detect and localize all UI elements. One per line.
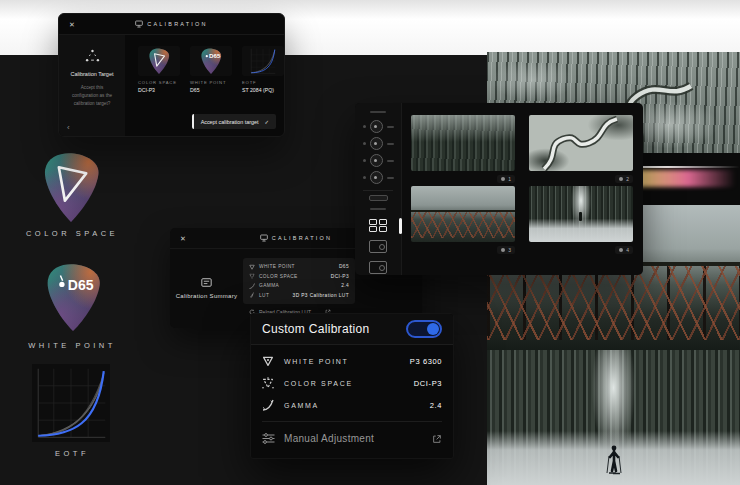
video-thumb-bridge[interactable] (411, 186, 515, 242)
selected-view-indicator (399, 218, 402, 234)
eotf-label: EOTF (8, 449, 136, 458)
summary-section: Calibration Summary (170, 249, 243, 328)
adjustment-knob-row[interactable] (355, 152, 401, 169)
custom-calibration-header: Custom Calibration (251, 314, 453, 345)
road-curve-graphic (529, 115, 633, 171)
grid-view-icon[interactable] (369, 219, 387, 232)
panel-title: CALIBRATION (272, 235, 332, 241)
custom-calibration-card: Custom Calibration WHITE POINT P3 6300 (250, 313, 454, 459)
single-view-icon[interactable] (369, 261, 387, 274)
summary-row-white-point: WHITE POINT D65 (249, 262, 349, 271)
sliders-icon (262, 433, 275, 444)
panel-title: CALIBRATION (147, 21, 207, 27)
target-sidebar: Calibration Target Accept this configura… (59, 35, 125, 136)
slider-icon[interactable] (369, 195, 388, 201)
adjustment-knob-row[interactable] (355, 118, 401, 135)
row-gamma[interactable]: GAMMA 2.4 (262, 394, 442, 416)
summary-section-label: Calibration Summary (176, 293, 238, 299)
white-point-gamut-graphic: D65 (36, 258, 110, 336)
summary-row-gamma: GAMMA 2.4 (249, 281, 349, 290)
knob-icon (370, 154, 383, 167)
target-sidebar-title: Calibration Target (59, 71, 125, 77)
eye-icon (619, 177, 623, 181)
multiview-grid: 1 2 3 4 (411, 115, 633, 254)
color-space-icon (249, 273, 255, 279)
toolbar-section-label (370, 208, 386, 210)
video-thumb-skier[interactable] (529, 186, 633, 242)
camera-badge: 2 (615, 175, 633, 183)
knob-icon (370, 171, 383, 184)
white-point-icon (249, 264, 255, 270)
lut-icon (249, 292, 255, 298)
eye-icon (501, 177, 505, 181)
marketing-composition: COLOR SPACE D65 WHITE POINT EOTF ✕ CALIB… (0, 0, 740, 485)
summary-row-color-space: COLOR SPACE DCI-P3 (249, 272, 349, 281)
manual-adjustment-label: Manual Adjustment (284, 433, 374, 444)
eye-icon (501, 248, 505, 252)
white-point-label: WHITE POINT (8, 341, 136, 350)
camera-badge: 3 (497, 246, 515, 254)
camera-badge: 4 (615, 246, 633, 254)
adjustment-knob-row[interactable] (355, 135, 401, 152)
check-icon: ✓ (264, 119, 269, 125)
gamma-icon (262, 399, 274, 411)
manual-adjustment-row[interactable]: Manual Adjustment (251, 422, 453, 455)
summary-row-lut: LUT 3D P3 Calibration LUT (249, 291, 349, 300)
white-point-icon (262, 355, 274, 367)
target-panel-header: ✕ CALIBRATION (59, 14, 284, 35)
toggle-knob (427, 323, 439, 335)
camera-badge: 1 (497, 175, 515, 183)
toolbar-divider (363, 190, 393, 191)
skier-figure (605, 442, 623, 476)
color-space-label: COLOR SPACE (8, 229, 136, 238)
color-space-gamut-icon (142, 47, 176, 75)
calibration-target-icon (85, 49, 100, 62)
color-space-gamut-graphic (33, 147, 109, 227)
eotf-chart (32, 362, 110, 444)
target-sidebar-description: Accept this configuration as the calibra… (68, 84, 116, 108)
custom-calibration-toggle[interactable] (406, 320, 442, 338)
video-thumb-road[interactable] (529, 115, 633, 171)
gamma-icon (249, 283, 255, 289)
knob-icon (370, 120, 383, 133)
close-icon[interactable]: ✕ (180, 235, 186, 242)
back-chevron-icon[interactable]: ‹ (67, 124, 70, 132)
white-point-value-text: D65 (68, 277, 94, 293)
multiview-panel: 1 2 3 4 (355, 103, 643, 275)
close-icon[interactable]: ✕ (69, 21, 75, 28)
single-view-icon[interactable] (369, 240, 387, 253)
svg-text:D65: D65 (209, 52, 221, 59)
calibration-target-panel: ✕ CALIBRATION Calibration Target Accept … (58, 13, 285, 137)
target-thumb-white-point[interactable]: D65 WHITE POINT D65 (190, 46, 232, 93)
multiview-toolbar (355, 103, 402, 275)
color-space-icon (262, 377, 274, 389)
adjustment-knob-row[interactable] (355, 169, 401, 186)
target-thumb-eotf[interactable]: EOTF ST 2084 (PQ) (242, 46, 284, 93)
accept-calibration-target-button[interactable]: Accept calibration target ✓ (192, 114, 276, 129)
monitor-icon (260, 234, 268, 242)
row-white-point[interactable]: WHITE POINT P3 6300 (262, 350, 442, 372)
row-color-space[interactable]: COLOR SPACE DCI-P3 (262, 372, 442, 394)
custom-calibration-title: Custom Calibration (262, 322, 369, 336)
video-thumb-forest[interactable] (411, 115, 515, 171)
eotf-curve-icon (246, 47, 280, 75)
summary-values-card: WHITE POINT D65 COLOR SPACE DCI-P3 GAMMA… (243, 258, 355, 304)
white-point-gamut-icon: D65 (194, 47, 228, 75)
monitor-icon (135, 20, 143, 28)
knob-icon (370, 137, 383, 150)
external-link-icon (432, 434, 442, 444)
target-thumb-color-space[interactable]: COLOR SPACE DCI-P3 (138, 46, 180, 93)
summary-icon (201, 278, 212, 287)
eye-icon (619, 248, 623, 252)
toolbar-section-label (370, 111, 386, 113)
skier-forest-photo (487, 350, 740, 485)
